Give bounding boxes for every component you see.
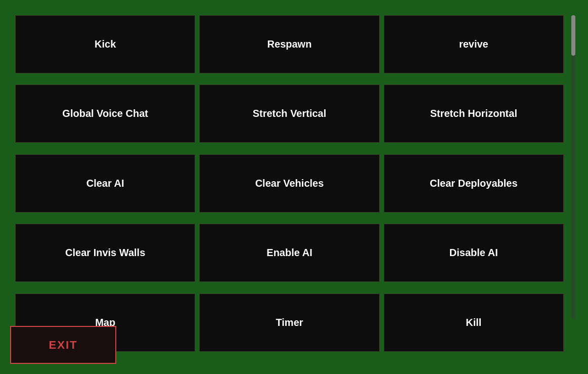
exit-button[interactable]: EXIT bbox=[10, 326, 116, 364]
clear-deployables-button[interactable]: Clear Deployables bbox=[384, 154, 564, 213]
stretch-horizontal-button[interactable]: Stretch Horizontal bbox=[384, 85, 564, 143]
scrollbar-thumb[interactable] bbox=[571, 15, 575, 56]
clear-ai-button[interactable]: Clear AI bbox=[15, 154, 195, 213]
stretch-vertical-button[interactable]: Stretch Vertical bbox=[199, 85, 379, 143]
scrollbar-track bbox=[571, 15, 575, 319]
grid-area: KickRespawnreviveGlobal Voice ChatStretc… bbox=[10, 10, 569, 364]
button-grid: KickRespawnreviveGlobal Voice ChatStretc… bbox=[10, 10, 569, 364]
revive-button[interactable]: revive bbox=[384, 15, 564, 73]
clear-invis-walls-button[interactable]: Clear Invis Walls bbox=[15, 224, 195, 282]
kick-button[interactable]: Kick bbox=[15, 15, 195, 73]
global-voice-chat-button[interactable]: Global Voice Chat bbox=[15, 85, 195, 143]
timer-button[interactable]: Timer bbox=[199, 294, 379, 352]
enable-ai-button[interactable]: Enable AI bbox=[199, 224, 379, 282]
scrollbar-area bbox=[569, 10, 578, 364]
bottom-bar: EXIT bbox=[10, 326, 116, 364]
respawn-button[interactable]: Respawn bbox=[199, 15, 379, 73]
disable-ai-button[interactable]: Disable AI bbox=[384, 224, 564, 282]
clear-vehicles-button[interactable]: Clear Vehicles bbox=[199, 154, 379, 213]
kill-button[interactable]: Kill bbox=[384, 294, 564, 352]
main-container: KickRespawnreviveGlobal Voice ChatStretc… bbox=[10, 10, 578, 364]
